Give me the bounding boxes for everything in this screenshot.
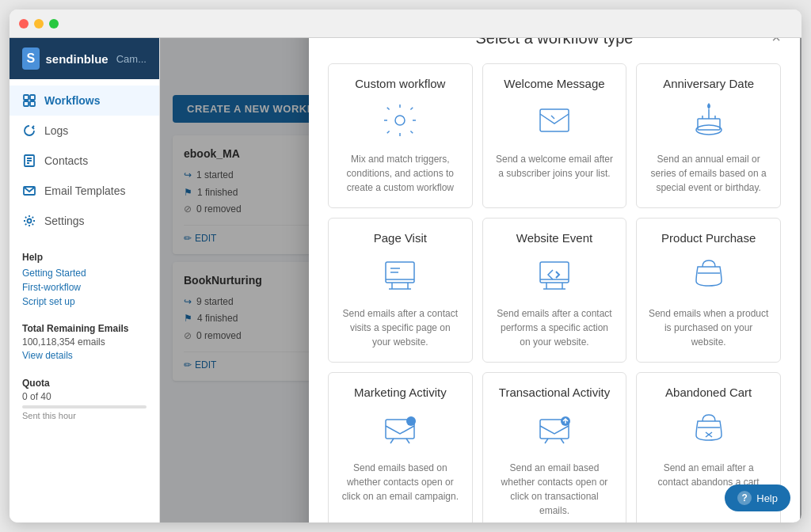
svg-rect-2 — [24, 101, 29, 106]
workflow-type-page-visit[interactable]: Page Visit Se — [328, 218, 473, 363]
sidebar-logo: S sendinblue Cam... — [10, 38, 159, 79]
main-content: Help ▾ SendinBlue ▾ CREATE A NEW WORKFLO… — [160, 38, 801, 522]
sidebar: S sendinblue Cam... Workflows — [10, 38, 160, 522]
anniversary-title: Anniversary Date — [648, 77, 769, 90]
contacts-label: Contacts — [44, 154, 88, 167]
email-templates-label: Email Templates — [44, 184, 125, 197]
workflow-type-transactional[interactable]: Transactional Activity Send an — [482, 372, 627, 522]
close-button[interactable] — [19, 19, 29, 28]
help-fab-button[interactable]: ? Help — [725, 484, 790, 511]
custom-desc: Mix and match triggers, conditions, and … — [340, 152, 461, 195]
maximize-button[interactable] — [49, 19, 59, 28]
svg-rect-3 — [30, 101, 35, 106]
page-visit-icon — [378, 253, 422, 297]
settings-label: Settings — [44, 215, 85, 227]
svg-rect-0 — [24, 95, 29, 100]
workflow-type-custom[interactable]: Custom workflow Mix and match triggers, … — [328, 63, 473, 208]
marketing-title: Marketing Activity — [340, 386, 461, 399]
minimize-button[interactable] — [34, 19, 44, 28]
sidebar-item-contacts[interactable]: Contacts — [10, 146, 159, 176]
quota-title: Quota — [22, 378, 147, 389]
workflows-label: Workflows — [44, 94, 101, 107]
getting-started-link[interactable]: Getting Started — [22, 268, 147, 279]
product-purchase-title: Product Purchase — [648, 231, 769, 245]
quota-sub: Sent this hour — [22, 411, 147, 420]
script-setup-link[interactable]: Script set up — [22, 296, 147, 307]
page-visit-title: Page Visit — [340, 231, 461, 245]
marketing-desc: Send emails based on whether contacts op… — [340, 461, 461, 504]
modal-close-button[interactable]: × — [771, 38, 781, 45]
workflow-type-marketing[interactable]: Marketing Activity ! Send email — [328, 372, 473, 522]
website-event-icon — [532, 253, 577, 297]
remaining-emails-title: Total Remaining Emails — [22, 323, 147, 334]
workflow-type-product-purchase[interactable]: Product Purchase Send emails when a prod… — [636, 218, 781, 363]
abandoned-cart-icon — [687, 407, 731, 451]
browser-titlebar — [10, 10, 801, 38]
quota-bar — [22, 405, 147, 408]
logs-icon — [22, 124, 36, 138]
settings-icon — [22, 214, 36, 228]
svg-point-9 — [28, 219, 32, 223]
workflow-type-welcome[interactable]: Welcome Message Send a welcome email aft… — [482, 63, 627, 208]
sidebar-item-logs[interactable]: Logs — [10, 116, 159, 146]
sidebar-item-workflows[interactable]: Workflows — [10, 86, 159, 116]
app-container: S sendinblue Cam... Workflows — [10, 38, 801, 522]
svg-rect-13 — [698, 119, 720, 130]
help-fab-label: Help — [756, 492, 778, 504]
sidebar-item-settings[interactable]: Settings — [10, 206, 159, 236]
modal-title: Select a workflow type — [328, 38, 781, 48]
workflow-type-modal: Select a workflow type × Custom workflow — [309, 38, 800, 522]
svg-point-29 — [406, 416, 416, 426]
custom-icon — [378, 98, 422, 142]
website-event-desc: Send emails after a contact performs a s… — [494, 306, 615, 349]
contacts-icon — [22, 154, 36, 168]
svg-text:!: ! — [409, 419, 410, 426]
sidebar-item-email-templates[interactable]: Email Templates — [10, 176, 159, 206]
custom-title: Custom workflow — [340, 77, 461, 90]
logo-campaign: Cam... — [116, 53, 147, 65]
email-templates-icon — [22, 184, 36, 198]
help-fab-icon: ? — [737, 491, 752, 505]
workflow-type-anniversary[interactable]: Anniversary Date Send an annual email or… — [636, 63, 781, 208]
anniversary-icon — [687, 98, 731, 142]
first-workflow-link[interactable]: First-workflow — [22, 282, 147, 293]
svg-rect-11 — [540, 109, 569, 131]
workflows-icon — [22, 93, 36, 108]
svg-point-10 — [395, 116, 405, 125]
workflow-type-grid: Custom workflow Mix and match triggers, … — [328, 63, 781, 522]
help-section: Help Getting Started First-workflow Scri… — [10, 242, 159, 314]
workflow-type-website-event[interactable]: Website Event — [482, 218, 627, 363]
remaining-emails-section: Total Remaining Emails 100,118,354 email… — [10, 314, 159, 371]
page-visit-desc: Send emails after a contact visits a spe… — [340, 306, 461, 349]
transactional-desc: Send an email based whether contacts ope… — [494, 461, 615, 518]
quota-section: Quota 0 of 40 Sent this hour — [10, 371, 159, 430]
product-purchase-desc: Send emails when a product is purchased … — [648, 306, 769, 349]
svg-rect-1 — [30, 95, 35, 100]
logs-label: Logs — [44, 124, 68, 137]
abandoned-cart-title: Abandoned Cart — [648, 386, 769, 399]
modal-header: Select a workflow type × — [328, 38, 781, 48]
sidebar-navigation: Workflows Logs — [10, 79, 159, 242]
browser-buttons — [19, 19, 59, 28]
logo-icon: S — [22, 48, 40, 70]
website-event-title: Website Event — [494, 231, 615, 245]
quota-value: 0 of 40 — [22, 391, 147, 402]
help-title: Help — [22, 252, 147, 263]
product-purchase-icon — [687, 253, 731, 297]
logo-brand: sendinblue — [46, 52, 109, 66]
anniversary-desc: Send an annual email or series of emails… — [648, 152, 769, 195]
transactional-title: Transactional Activity — [494, 386, 615, 399]
marketing-icon: ! — [378, 407, 422, 451]
welcome-icon — [532, 98, 577, 142]
remaining-emails-value: 100,118,354 emails — [22, 336, 147, 348]
welcome-title: Welcome Message — [494, 77, 615, 90]
view-details-link[interactable]: View details — [22, 350, 73, 361]
transactional-icon — [532, 407, 577, 451]
welcome-desc: Send a welcome email after a subscriber … — [494, 152, 615, 180]
